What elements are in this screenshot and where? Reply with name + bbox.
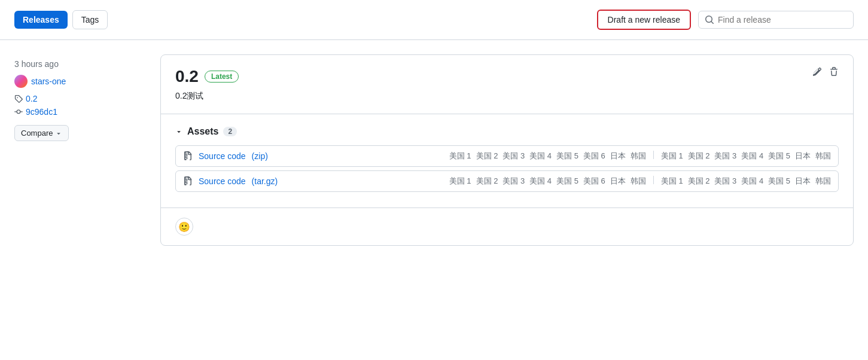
draft-release-button[interactable]: Draft a new release (597, 10, 691, 30)
sidebar-tag: 0.2 (14, 94, 146, 103)
releases-button[interactable]: Releases (14, 11, 68, 29)
mirror-link[interactable]: 美国 5 (768, 151, 790, 161)
mirror-link[interactable]: 韩国 (631, 151, 646, 161)
mirror-link[interactable]: 美国 1 (449, 176, 471, 187)
release-header: 0.2 Latest 0.2测试 (161, 55, 853, 114)
mirror-link[interactable]: 美国 4 (529, 151, 552, 161)
assets-section: Assets 2 Source code (zip) 美国 1 美国 2 美国 … (161, 114, 853, 208)
mirror-link[interactable]: 韩国 (815, 176, 831, 187)
compare-label: Compare (21, 129, 53, 138)
reaction-section: 🙂 (161, 208, 853, 245)
asset-row: Source code (tar.gz) 美国 1 美国 2 美国 3 美国 4… (175, 170, 839, 192)
asset-format-1: (zip) (252, 151, 268, 161)
search-icon (705, 15, 714, 25)
avatar (14, 75, 28, 88)
mirror-link[interactable]: 美国 4 (741, 176, 763, 187)
mirror-link[interactable]: 美国 2 (688, 151, 710, 161)
mirror-link[interactable]: 美国 2 (476, 151, 498, 161)
asset-format-2: (tar.gz) (252, 176, 278, 186)
search-box (698, 11, 854, 29)
reaction-button[interactable]: 🙂 (175, 218, 193, 236)
release-version: 0.2 (175, 67, 199, 86)
tag-link[interactable]: 0.2 (26, 94, 37, 103)
edit-icon[interactable] (812, 67, 822, 79)
mirror-link[interactable]: 日本 (795, 176, 811, 187)
username-link[interactable]: stars-one (31, 77, 66, 86)
mirror-link[interactable]: 美国 1 (661, 151, 683, 161)
smiley-icon: 🙂 (178, 221, 190, 233)
mirrors-divider (653, 151, 654, 159)
release-card: 0.2 Latest 0.2测试 (160, 54, 854, 246)
mirror-link[interactable]: 美国 3 (502, 176, 525, 187)
assets-count: 2 (223, 127, 237, 136)
mirror-link[interactable]: 美国 6 (583, 176, 605, 187)
commit-icon (14, 108, 23, 116)
top-bar-left: Releases Tags (14, 10, 108, 29)
asset-row: Source code (zip) 美国 1 美国 2 美国 3 美国 4 美国… (175, 145, 839, 167)
release-description: 0.2测试 (175, 91, 239, 102)
asset-mirrors-1: 美国 1 美国 2 美国 3 美国 4 美国 5 美国 6 日本 韩国 美国 1… (449, 151, 831, 161)
mirror-link[interactable]: 日本 (795, 151, 811, 161)
mirror-link[interactable]: 美国 3 (714, 176, 736, 187)
mirror-link[interactable]: 韩国 (631, 176, 646, 187)
mirror-link[interactable]: 美国 1 (661, 176, 683, 187)
mirror-link[interactable]: 日本 (610, 151, 626, 161)
asset-mirrors-2: 美国 1 美国 2 美国 3 美国 4 美国 5 美国 6 日本 韩国 美国 1… (449, 176, 831, 187)
mirror-link[interactable]: 美国 4 (529, 176, 552, 187)
mirror-link[interactable]: 美国 3 (502, 151, 525, 161)
sidebar: 3 hours ago stars-one 0.2 9c96dc1 Compar… (14, 54, 146, 246)
file-zip-icon (183, 151, 193, 161)
assets-label: Assets (187, 126, 218, 137)
mirror-link[interactable]: 美国 5 (768, 176, 790, 187)
search-input[interactable] (718, 15, 847, 25)
mirror-link[interactable]: 美国 1 (449, 151, 471, 161)
asset-name-link-1[interactable]: Source code (199, 151, 246, 161)
release-title-row: 0.2 Latest (175, 67, 239, 86)
compare-button[interactable]: Compare (14, 125, 69, 141)
mirror-link[interactable]: 韩国 (815, 151, 831, 161)
latest-badge: Latest (205, 71, 239, 83)
main-content: 3 hours ago stars-one 0.2 9c96dc1 Compar… (0, 40, 868, 260)
release-time: 3 hours ago (14, 59, 146, 69)
file-tar-icon (183, 176, 193, 186)
sidebar-user: stars-one (14, 75, 146, 88)
mirror-link[interactable]: 美国 2 (688, 176, 710, 187)
delete-icon[interactable] (829, 67, 839, 79)
mirror-link[interactable]: 美国 2 (476, 176, 498, 187)
mirror-link[interactable]: 美国 6 (583, 151, 605, 161)
release-info: 0.2 Latest 0.2测试 (175, 67, 239, 102)
sidebar-commit: 9c96dc1 (14, 107, 146, 117)
mirrors-divider (653, 176, 654, 184)
mirror-link[interactable]: 美国 5 (556, 176, 578, 187)
triangle-down-icon (175, 128, 182, 135)
tag-icon (14, 94, 23, 103)
top-bar-right: Draft a new release (597, 10, 854, 30)
mirror-link[interactable]: 美国 3 (714, 151, 736, 161)
mirror-link[interactable]: 日本 (610, 176, 626, 187)
assets-title[interactable]: Assets 2 (175, 126, 839, 137)
mirror-link[interactable]: 美国 5 (556, 151, 578, 161)
tags-button[interactable]: Tags (72, 10, 108, 29)
release-actions (812, 67, 839, 79)
mirror-link[interactable]: 美国 4 (741, 151, 763, 161)
asset-name-link-2[interactable]: Source code (199, 176, 246, 186)
commit-link[interactable]: 9c96dc1 (26, 107, 57, 117)
chevron-down-icon (55, 130, 62, 137)
top-bar: Releases Tags Draft a new release (0, 0, 868, 40)
